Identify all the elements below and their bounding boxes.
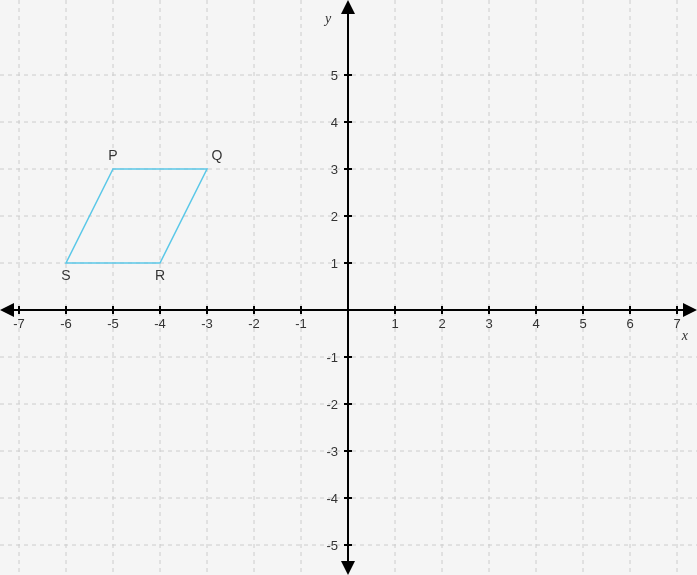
x-tick-label: 6 [626,316,633,331]
y-tick-label: -1 [326,350,338,365]
x-tick-label: -6 [60,316,72,331]
y-axis-label: y [323,11,332,26]
x-tick-label: -7 [13,316,25,331]
x-tick-label: 2 [438,316,445,331]
x-tick-label: 3 [485,316,492,331]
arrow-right-icon [683,303,697,317]
x-tick-label: 4 [532,316,539,331]
y-tick-label: 1 [331,256,338,271]
x-tick-label: -5 [107,316,119,331]
x-tick-label: -2 [248,316,260,331]
vertex-label-q: Q [212,147,223,163]
y-tick-label: 5 [331,68,338,83]
x-axis-label: x [681,328,689,343]
x-tick-label: 5 [579,316,586,331]
y-tick-label: -4 [326,491,338,506]
vertex-label-s: S [61,267,70,283]
arrow-left-icon [0,303,14,317]
x-tick-label: -1 [295,316,307,331]
arrow-up-icon [341,0,355,14]
x-tick-label: 7 [673,316,680,331]
arrow-down-icon [341,561,355,575]
y-tick-label: -5 [326,538,338,553]
x-tick-label: 1 [391,316,398,331]
chart-svg: -7 -6 -5 -4 -3 -2 -1 1 2 3 4 5 6 7 5 4 3… [0,0,697,575]
y-tick-label: -3 [326,444,338,459]
x-tick-label: -4 [154,316,166,331]
coordinate-plane-chart: -7 -6 -5 -4 -3 -2 -1 1 2 3 4 5 6 7 5 4 3… [0,0,697,575]
vertex-label-r: R [155,267,165,283]
y-tick-label: -2 [326,397,338,412]
y-tick-label: 3 [331,162,338,177]
x-tick-label: -3 [201,316,213,331]
y-tick-label: 4 [331,115,338,130]
y-tick-label: 2 [331,209,338,224]
vertex-label-p: P [108,147,117,163]
